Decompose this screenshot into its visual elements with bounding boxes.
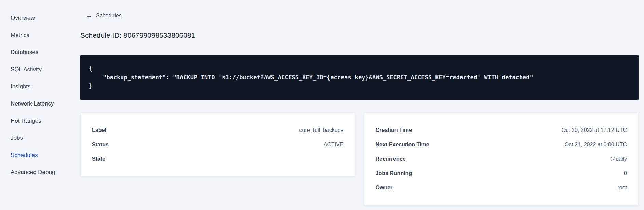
page-title: Schedule ID: 806799098533806081: [80, 30, 639, 40]
sidebar-item-hot-ranges[interactable]: Hot Ranges: [11, 112, 67, 129]
detail-row-value: @daily: [610, 156, 627, 162]
detail-row-value: core_full_backups: [299, 127, 344, 133]
schedule-detail-page: ← Schedules Schedule ID: 806799098533806…: [80, 0, 639, 206]
schedule-detail-cards: Label core_full_backups Status ACTIVE St…: [80, 112, 639, 206]
detail-row-label: Label: [92, 127, 106, 133]
detail-row-label: Status: [92, 141, 109, 148]
detail-row-value: Oct 21, 2022 at 0:00 UTC: [565, 141, 627, 148]
sidebar-item-schedules[interactable]: Schedules: [11, 147, 67, 164]
sidebar: Overview Metrics Databases SQL Activity …: [0, 0, 67, 210]
sidebar-item-network-latency[interactable]: Network Latency: [11, 95, 67, 112]
detail-row-label: Next Execution Time: [376, 141, 429, 148]
sidebar-item-advanced-debug[interactable]: Advanced Debug: [11, 164, 67, 181]
left-arrow-icon: ←: [86, 12, 92, 19]
sidebar-item-sql-activity[interactable]: SQL Activity: [11, 61, 67, 78]
detail-row-value: ACTIVE: [324, 141, 344, 148]
schedule-timing-card: Creation Time Oct 20, 2022 at 17:12 UTC …: [364, 112, 639, 206]
code-line: "backup_statement": "BACKUP INTO 's3://b…: [89, 73, 630, 82]
sidebar-item-metrics[interactable]: Metrics: [11, 27, 67, 44]
schedule-status-card: Label core_full_backups Status ACTIVE St…: [80, 112, 355, 177]
table-row: Jobs Running 0: [376, 166, 627, 181]
detail-row-label: Jobs Running: [376, 170, 412, 176]
table-row: Owner root: [376, 181, 627, 195]
table-row: Label core_full_backups: [92, 123, 344, 137]
table-row: Next Execution Time Oct 21, 2022 at 0:00…: [376, 137, 627, 152]
sidebar-item-databases[interactable]: Databases: [11, 44, 67, 61]
table-row: State: [92, 152, 344, 166]
back-link[interactable]: ← Schedules: [86, 12, 122, 19]
code-line: }: [89, 82, 630, 91]
detail-row-label: State: [92, 156, 105, 162]
sidebar-item-overview[interactable]: Overview: [11, 10, 67, 27]
back-link-label: Schedules: [96, 13, 122, 19]
table-row: Recurrence @daily: [376, 152, 627, 166]
table-row: Creation Time Oct 20, 2022 at 17:12 UTC: [376, 123, 627, 137]
detail-row-label: Owner: [376, 185, 393, 191]
detail-row-value: root: [617, 185, 627, 191]
backup-statement-code-block: { "backup_statement": "BACKUP INTO 's3:/…: [80, 55, 639, 100]
detail-row-value: Oct 20, 2022 at 17:12 UTC: [562, 127, 627, 133]
code-line: {: [89, 64, 630, 73]
table-row: Status ACTIVE: [92, 137, 344, 152]
detail-row-label: Creation Time: [376, 127, 412, 133]
detail-row-label: Recurrence: [376, 156, 406, 162]
sidebar-item-insights[interactable]: Insights: [11, 78, 67, 95]
detail-row-value: 0: [624, 170, 627, 176]
sidebar-item-jobs[interactable]: Jobs: [11, 129, 67, 147]
